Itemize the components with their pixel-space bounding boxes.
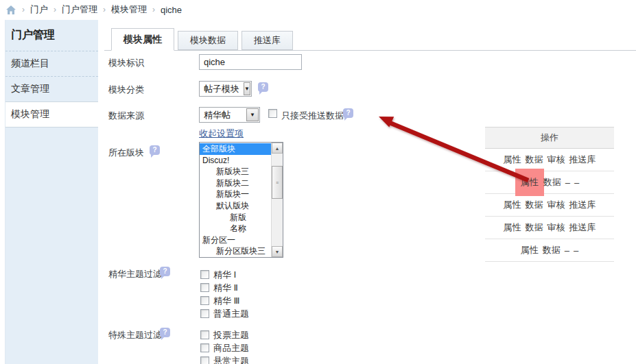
listbox-option[interactable]: 全部版块 — [200, 143, 271, 155]
ops-table: 操作 属性数据审核推送库属性数据––属性数据审核推送库属性数据审核推送库属性数据… — [485, 127, 614, 262]
help-icon-special-filter[interactable]: ? — [160, 328, 170, 337]
digest-filter-checkbox[interactable] — [200, 283, 209, 292]
push-data-checkbox-label: 只接受推送数据 — [281, 110, 344, 122]
listbox-option[interactable]: 新版块一 — [200, 189, 271, 200]
special-filter-option: 商品主题 — [200, 341, 249, 354]
special-filter-checkbox[interactable] — [200, 356, 209, 364]
help-icon-push-data[interactable]: ? — [343, 108, 353, 118]
ops-action[interactable]: 属性 — [504, 154, 521, 166]
ops-action[interactable]: 数据 — [526, 221, 543, 234]
ops-action[interactable]: 审核 — [547, 154, 565, 166]
ops-action-highlighted[interactable]: 属性 — [515, 169, 544, 196]
help-icon-digest-filter[interactable]: ? — [160, 267, 170, 276]
listbox-option[interactable]: 默认版块 — [200, 200, 271, 212]
digest-filter-checkbox-label: 精华 Ⅲ — [213, 295, 240, 307]
module-category-select[interactable]: 帖子模块 ▼ — [199, 81, 252, 97]
breadcrumb-separator: › — [103, 5, 106, 14]
special-filter-option: 悬赏主题 — [200, 354, 249, 364]
sidebar-header: 门户管理 — [5, 20, 98, 51]
ops-action[interactable]: – — [574, 245, 578, 256]
module-category-label: 模块分类 — [108, 84, 144, 96]
ops-action[interactable]: – — [565, 245, 569, 256]
sidebar-item-article-management[interactable]: 文章管理 — [5, 77, 98, 102]
listbox-option[interactable]: 名称 — [200, 223, 271, 234]
ops-action[interactable]: 审核 — [547, 221, 565, 234]
chevron-down-icon[interactable]: ▼ — [246, 108, 259, 121]
breadcrumb-item[interactable]: 模块管理 — [111, 3, 147, 16]
data-source-select[interactable]: 精华帖 ▼ — [199, 107, 260, 123]
ops-action[interactable]: – — [565, 178, 570, 188]
ops-action[interactable]: 推送库 — [569, 221, 596, 234]
digest-filter-checkbox[interactable] — [200, 296, 209, 305]
ops-table-row: 属性数据审核推送库 — [485, 194, 614, 217]
chevron-down-icon[interactable]: ▼ — [244, 82, 250, 95]
ops-action[interactable]: 推送库 — [569, 199, 596, 211]
tab-strip: 模块属性模块数据推送库 — [104, 28, 636, 51]
ops-action[interactable]: 属性 — [504, 199, 521, 211]
ops-table-row: 属性数据审核推送库 — [485, 149, 614, 171]
help-icon-module-category[interactable]: ? — [258, 82, 268, 92]
digest-filter-option: 精华 Ⅱ — [200, 281, 249, 294]
ops-action[interactable]: 数据 — [526, 154, 543, 166]
sidebar-item-module-management[interactable]: 模块管理 — [5, 101, 98, 128]
digest-filter-checkbox-label: 精华 Ⅰ — [213, 269, 236, 281]
tab-module-data[interactable]: 模块数据 — [178, 31, 238, 50]
breadcrumb: ›门户›门户管理›模块管理›qiche — [5, 3, 182, 16]
digest-filter-option: 精华 Ⅰ — [200, 268, 249, 281]
forum-listbox[interactable]: 全部版块Discuz!新版块三新版块二新版块一默认版块新版名称新分区一新分区版块… — [199, 142, 283, 258]
special-filter-checkbox[interactable] — [200, 330, 209, 339]
special-filter-checkbox-label: 投票主题 — [213, 329, 249, 341]
collapse-settings-link[interactable]: 收起设置项 — [199, 128, 244, 140]
digest-filter-option: 精华 Ⅲ — [200, 294, 249, 307]
push-data-checkbox[interactable] — [268, 109, 277, 118]
listbox-option[interactable]: 新版 — [200, 212, 271, 223]
breadcrumb-separator: › — [152, 5, 155, 14]
ops-table-row: 属性数据审核推送库 — [485, 217, 614, 239]
ops-action[interactable]: 审核 — [547, 199, 565, 211]
ops-action[interactable]: – — [574, 178, 579, 188]
digest-filter-checkbox-label: 普通主题 — [213, 308, 249, 320]
ops-action[interactable]: 数据 — [526, 199, 543, 211]
scroll-thumb[interactable]: ≡ — [272, 166, 283, 199]
help-icon-forum-select[interactable]: ? — [150, 145, 160, 155]
digest-filter-label: 精华主题过滤 — [108, 268, 162, 280]
page: ›门户›门户管理›模块管理›qiche 门户管理 频道栏目文章管理模块管理 模块… — [0, 0, 636, 364]
ops-action[interactable]: 数据 — [543, 176, 561, 189]
ops-action[interactable]: 属性 — [521, 244, 539, 256]
module-id-label: 模块标识 — [108, 57, 144, 69]
home-icon[interactable] — [5, 5, 16, 15]
listbox-option[interactable]: 新版块二 — [200, 178, 271, 189]
ops-table-row: 属性数据–– — [485, 239, 614, 262]
listbox-option[interactable]: 新分区版块三 — [200, 245, 271, 257]
digest-filter-option: 普通主题 — [200, 307, 249, 320]
scroll-down-button[interactable]: ▼ — [272, 246, 283, 257]
sidebar-item-channel-columns[interactable]: 频道栏目 — [5, 51, 98, 77]
sidebar: 门户管理 频道栏目文章管理模块管理 — [5, 20, 98, 364]
listbox-scrollbar[interactable]: ▲ ≡ ▼ — [271, 143, 283, 257]
module-category-value: 帖子模块 — [200, 83, 244, 95]
breadcrumb-item[interactable]: 门户 — [30, 3, 48, 16]
listbox-option[interactable]: 新分区一 — [200, 234, 271, 246]
data-source-label: 数据来源 — [108, 110, 144, 122]
special-filter-checkbox-label: 悬赏主题 — [213, 355, 249, 364]
tab-push-library[interactable]: 推送库 — [242, 31, 293, 50]
scroll-up-button[interactable]: ▲ — [272, 143, 283, 154]
ops-action[interactable]: 属性 — [504, 221, 521, 234]
breadcrumb-item[interactable]: 门户管理 — [62, 3, 97, 16]
listbox-option[interactable]: 新版块三 — [200, 166, 271, 178]
digest-filter-checkbox[interactable] — [200, 270, 209, 279]
data-source-value: 精华帖 — [200, 109, 246, 121]
forum-select-label: 所在版块 — [108, 147, 144, 159]
special-filter-option: 投票主题 — [200, 328, 249, 341]
breadcrumb-separator: › — [54, 5, 56, 14]
ops-action[interactable]: 数据 — [543, 244, 561, 256]
tab-module-attributes[interactable]: 模块属性 — [111, 28, 174, 51]
ops-table-header: 操作 — [485, 127, 614, 149]
special-filter-label: 特殊主题过滤 — [108, 329, 162, 341]
digest-filter-checkbox[interactable] — [200, 309, 209, 318]
special-filter-checkbox[interactable] — [200, 343, 209, 352]
breadcrumb-item[interactable]: qiche — [161, 5, 182, 15]
module-id-input[interactable] — [199, 54, 302, 70]
ops-action[interactable]: 推送库 — [569, 154, 596, 166]
listbox-option[interactable]: Discuz! — [200, 155, 271, 167]
